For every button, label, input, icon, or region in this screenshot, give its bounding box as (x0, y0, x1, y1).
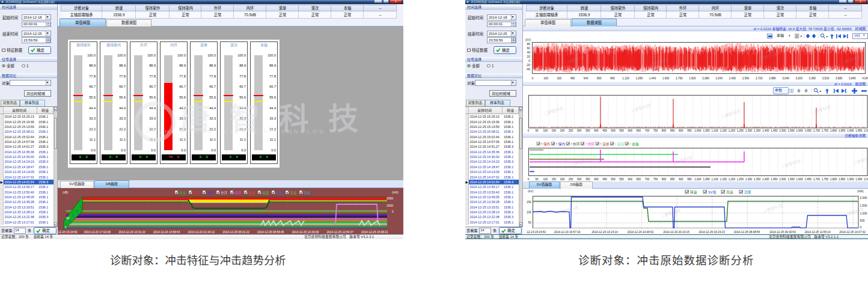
svg-text:2014-12-25 15:08:21: 2014-12-25 15:08:21 (361, 231, 388, 234)
svg-text:转速: 转速 (179, 190, 186, 195)
svg-text:1,280: 1,280 (636, 77, 643, 80)
svg-text:900: 900 (679, 178, 683, 181)
svg-text:2014-12-25 03:23:23: 2014-12-25 03:23:23 (698, 230, 725, 233)
svg-text:1,700: 1,700 (813, 129, 821, 132)
svg-text:750: 750 (653, 178, 658, 181)
svg-text:SV值: SV值 (708, 189, 717, 194)
svg-text:300: 300 (577, 129, 582, 132)
svg-text:1,200: 1,200 (729, 129, 736, 132)
svg-text:550: 550 (619, 178, 624, 181)
svg-text:750: 750 (653, 129, 658, 132)
svg-text:1,200: 1,200 (729, 178, 736, 181)
svg-text:2014-12-24 14:58:54: 2014-12-24 14:58:54 (153, 231, 180, 234)
svg-text:1,300: 1,300 (745, 178, 753, 181)
svg-text:100: 100 (543, 129, 548, 132)
svg-text:2000: 2000 (387, 196, 393, 199)
svg-text:1,950: 1,950 (855, 129, 863, 132)
svg-text:2014-12-25 10:30:09: 2014-12-25 10:30:09 (292, 231, 319, 234)
svg-text:滚双: 滚双 (617, 142, 625, 147)
svg-text:2,400: 2,400 (729, 77, 736, 80)
svg-text:0: 0 (528, 129, 530, 132)
svg-text:2,720: 2,720 (756, 77, 763, 80)
svg-text:2,000: 2,000 (864, 129, 868, 132)
svg-text:1,120: 1,120 (622, 77, 629, 80)
svg-text:1,440: 1,440 (649, 77, 656, 80)
svg-text:1,850: 1,850 (839, 129, 846, 132)
svg-text:150: 150 (552, 129, 557, 132)
svg-text:1,950: 1,950 (855, 178, 863, 181)
svg-text:2,000: 2,000 (864, 178, 868, 181)
svg-text:150: 150 (552, 178, 557, 181)
svg-text:1,920: 1,920 (689, 77, 696, 80)
svg-text:保外: 保外 (543, 142, 551, 147)
svg-text:160: 160 (543, 77, 548, 80)
svg-text:650: 650 (637, 178, 641, 181)
svg-text:3,840: 3,840 (849, 77, 856, 80)
svg-text:2,240: 2,240 (715, 77, 723, 80)
svg-text:3,520: 3,520 (822, 77, 830, 80)
svg-text:-12-23 15:24:50: -12-23 15:24:50 (526, 230, 546, 233)
svg-text:1,450: 1,450 (771, 129, 778, 132)
svg-text:功率: 功率 (744, 189, 751, 194)
svg-text:1,000: 1,000 (694, 178, 701, 181)
svg-text:1,300: 1,300 (745, 129, 753, 132)
svg-text:(dB): (dB) (63, 190, 69, 193)
svg-text:1,250: 1,250 (737, 178, 744, 181)
svg-text:500: 500 (611, 178, 616, 181)
svg-text:1,550: 1,550 (787, 129, 795, 132)
svg-text:300: 300 (577, 178, 582, 181)
svg-text:950: 950 (687, 129, 692, 132)
svg-text:0: 0 (532, 77, 534, 80)
svg-text:0: 0 (392, 209, 394, 213)
svg-text:700: 700 (645, 129, 650, 132)
svg-text:1,050: 1,050 (703, 178, 710, 181)
svg-text:200: 200 (560, 129, 565, 132)
svg-text:1,650: 1,650 (805, 129, 812, 132)
svg-text:640: 640 (584, 77, 588, 80)
svg-text:3,360: 3,360 (809, 77, 816, 80)
svg-text:3,680: 3,680 (836, 77, 843, 80)
svg-text:滚双: 滚双 (262, 190, 269, 195)
svg-text:保内: 保内 (207, 190, 213, 195)
svg-text:960: 960 (610, 77, 615, 80)
svg-text:功率: 功率 (304, 190, 311, 195)
svg-text:2014-12-24 20:20:15: 2014-12-24 20:20:15 (663, 230, 689, 233)
svg-text:50: 50 (66, 216, 70, 219)
svg-text:2014-12-25 08:58:45: 2014-12-25 08:58:45 (257, 231, 284, 234)
svg-text:0: 0 (528, 178, 530, 181)
svg-text:1,000: 1,000 (694, 129, 701, 132)
svg-text:外环: 外环 (573, 142, 580, 147)
svg-text:(kW): (kW) (392, 190, 399, 193)
svg-text:1,250: 1,250 (737, 129, 744, 132)
svg-text:1,600: 1,600 (796, 178, 804, 181)
svg-text:2014-12-24 13:23:14: 2014-12-24 13:23:14 (591, 230, 618, 233)
svg-text:800: 800 (662, 129, 667, 132)
svg-text:1,050: 1,050 (703, 129, 710, 132)
svg-text:1,750: 1,750 (822, 129, 829, 132)
svg-text:200: 200 (560, 178, 565, 181)
svg-text:700: 700 (645, 178, 650, 181)
svg-text:保内: 保内 (558, 142, 566, 147)
svg-text:1,500: 1,500 (779, 178, 786, 181)
svg-text:1,650: 1,650 (805, 178, 812, 181)
svg-text:850: 850 (670, 178, 675, 181)
svg-text:1,100: 1,100 (712, 129, 719, 132)
svg-text:1,850: 1,850 (839, 178, 846, 181)
svg-text:400: 400 (594, 129, 599, 132)
svg-text:850: 850 (670, 129, 675, 132)
svg-text:1,100: 1,100 (712, 178, 719, 181)
svg-text:2014-12-25 09:30:54: 2014-12-25 09:30:54 (769, 230, 796, 233)
svg-text:2,080: 2,080 (702, 77, 709, 80)
svg-text:风速: 风速 (726, 190, 733, 194)
svg-text:1,350: 1,350 (754, 129, 761, 132)
svg-text:1,150: 1,150 (720, 178, 727, 181)
svg-text:450: 450 (602, 178, 607, 181)
svg-text:1,400: 1,400 (762, 129, 769, 132)
svg-text:1,700: 1,700 (813, 178, 821, 181)
svg-text:320: 320 (557, 77, 561, 80)
svg-text:本轴: 本轴 (276, 190, 283, 195)
svg-text:4,000: 4,000 (862, 77, 868, 80)
svg-text:900: 900 (679, 129, 683, 132)
svg-text:12-23 15:24:50: 12-23 15:24:50 (58, 231, 78, 234)
svg-text:600: 600 (628, 178, 632, 181)
